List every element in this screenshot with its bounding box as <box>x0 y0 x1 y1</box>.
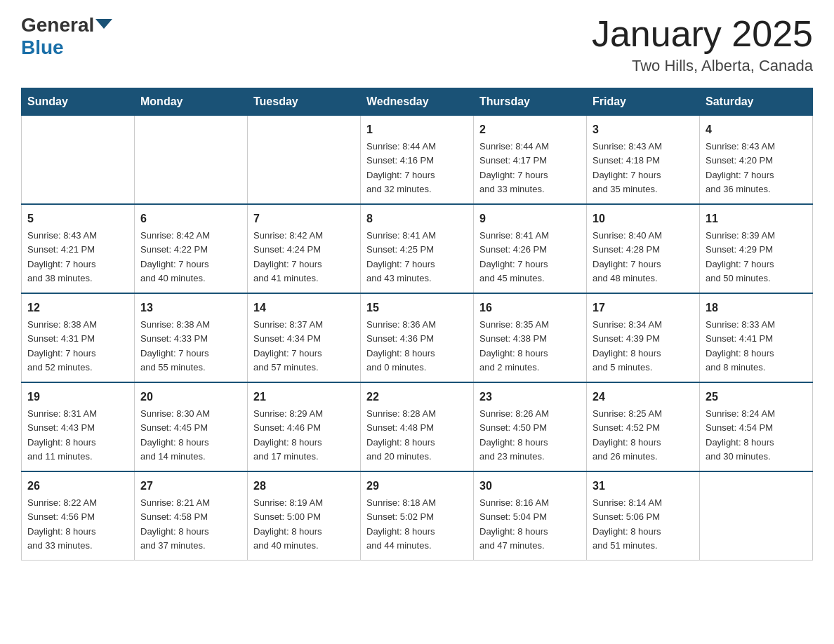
day-info: Sunrise: 8:41 AMSunset: 4:26 PMDaylight:… <box>479 230 549 283</box>
calendar-cell: 5Sunrise: 8:43 AMSunset: 4:21 PMDaylight… <box>22 204 135 293</box>
day-info: Sunrise: 8:34 AMSunset: 4:39 PMDaylight:… <box>593 319 662 373</box>
day-number: 17 <box>593 300 694 316</box>
day-info: Sunrise: 8:38 AMSunset: 4:31 PMDaylight:… <box>27 319 97 373</box>
calendar-cell: 7Sunrise: 8:42 AMSunset: 4:24 PMDaylight… <box>248 204 361 293</box>
day-number: 13 <box>140 300 241 316</box>
day-info: Sunrise: 8:25 AMSunset: 4:52 PMDaylight:… <box>593 408 662 462</box>
day-info: Sunrise: 8:43 AMSunset: 4:18 PMDaylight:… <box>593 141 662 194</box>
logo-general-text: General <box>21 14 112 36</box>
day-number: 23 <box>479 389 581 405</box>
weekday-header-tuesday: Tuesday <box>248 88 361 116</box>
weekday-header-saturday: Saturday <box>700 88 813 116</box>
day-number: 19 <box>27 389 128 405</box>
day-number: 10 <box>593 210 694 227</box>
day-number: 27 <box>140 478 241 495</box>
calendar-week-row: 19Sunrise: 8:31 AMSunset: 4:43 PMDayligh… <box>22 382 813 471</box>
day-number: 21 <box>253 389 355 405</box>
day-number: 20 <box>140 389 241 405</box>
logo-blue-label: Blue <box>21 36 64 59</box>
day-info: Sunrise: 8:35 AMSunset: 4:38 PMDaylight:… <box>479 319 549 373</box>
calendar-title: January 2025 <box>592 14 813 54</box>
calendar-cell <box>700 471 813 561</box>
calendar-cell: 15Sunrise: 8:36 AMSunset: 4:36 PMDayligh… <box>361 293 474 382</box>
day-number: 12 <box>27 300 128 316</box>
day-number: 4 <box>706 121 807 138</box>
day-info: Sunrise: 8:42 AMSunset: 4:22 PMDaylight:… <box>140 230 210 283</box>
day-number: 31 <box>593 478 694 495</box>
logo: General Blue <box>21 14 112 59</box>
calendar-cell: 19Sunrise: 8:31 AMSunset: 4:43 PMDayligh… <box>22 382 135 471</box>
calendar-cell: 17Sunrise: 8:34 AMSunset: 4:39 PMDayligh… <box>587 293 700 382</box>
calendar-cell: 12Sunrise: 8:38 AMSunset: 4:31 PMDayligh… <box>22 293 135 382</box>
day-number: 29 <box>366 478 468 495</box>
page-header: General Blue January 2025 Two Hills, Alb… <box>21 14 813 75</box>
day-info: Sunrise: 8:16 AMSunset: 5:04 PMDaylight:… <box>479 497 549 551</box>
calendar-cell: 13Sunrise: 8:38 AMSunset: 4:33 PMDayligh… <box>135 293 248 382</box>
day-number: 22 <box>366 389 468 405</box>
calendar-cell <box>248 116 361 205</box>
calendar-cell: 6Sunrise: 8:42 AMSunset: 4:22 PMDaylight… <box>135 204 248 293</box>
day-info: Sunrise: 8:36 AMSunset: 4:36 PMDaylight:… <box>366 319 436 373</box>
weekday-header-monday: Monday <box>135 88 248 116</box>
day-number: 14 <box>253 300 355 316</box>
calendar-cell: 27Sunrise: 8:21 AMSunset: 4:58 PMDayligh… <box>135 471 248 561</box>
calendar-cell: 11Sunrise: 8:39 AMSunset: 4:29 PMDayligh… <box>700 204 813 293</box>
calendar-cell: 14Sunrise: 8:37 AMSunset: 4:34 PMDayligh… <box>248 293 361 382</box>
day-info: Sunrise: 8:19 AMSunset: 5:00 PMDaylight:… <box>253 497 323 551</box>
weekday-header-wednesday: Wednesday <box>361 88 474 116</box>
calendar-cell <box>135 116 248 205</box>
day-number: 3 <box>593 121 694 138</box>
logo-general-label: General <box>21 14 94 36</box>
weekday-header-friday: Friday <box>587 88 700 116</box>
day-number: 7 <box>253 210 355 227</box>
day-number: 6 <box>140 210 241 227</box>
day-info: Sunrise: 8:37 AMSunset: 4:34 PMDaylight:… <box>253 319 323 373</box>
calendar-subtitle: Two Hills, Alberta, Canada <box>592 57 813 75</box>
calendar-week-row: 5Sunrise: 8:43 AMSunset: 4:21 PMDaylight… <box>22 204 813 293</box>
calendar-cell: 18Sunrise: 8:33 AMSunset: 4:41 PMDayligh… <box>700 293 813 382</box>
day-info: Sunrise: 8:18 AMSunset: 5:02 PMDaylight:… <box>366 497 436 551</box>
calendar-cell: 20Sunrise: 8:30 AMSunset: 4:45 PMDayligh… <box>135 382 248 471</box>
day-info: Sunrise: 8:26 AMSunset: 4:50 PMDaylight:… <box>479 408 549 462</box>
day-info: Sunrise: 8:44 AMSunset: 4:16 PMDaylight:… <box>366 141 436 194</box>
calendar-cell: 30Sunrise: 8:16 AMSunset: 5:04 PMDayligh… <box>474 471 587 561</box>
calendar-cell: 3Sunrise: 8:43 AMSunset: 4:18 PMDaylight… <box>587 116 700 205</box>
day-info: Sunrise: 8:28 AMSunset: 4:48 PMDaylight:… <box>366 408 436 462</box>
day-info: Sunrise: 8:30 AMSunset: 4:45 PMDaylight:… <box>140 408 210 462</box>
title-block: January 2025 Two Hills, Alberta, Canada <box>592 14 813 75</box>
calendar-cell: 31Sunrise: 8:14 AMSunset: 5:06 PMDayligh… <box>587 471 700 561</box>
day-number: 8 <box>366 210 468 227</box>
day-number: 1 <box>366 121 468 138</box>
day-info: Sunrise: 8:40 AMSunset: 4:28 PMDaylight:… <box>593 230 662 283</box>
calendar-cell: 10Sunrise: 8:40 AMSunset: 4:28 PMDayligh… <box>587 204 700 293</box>
calendar-cell: 1Sunrise: 8:44 AMSunset: 4:16 PMDaylight… <box>361 116 474 205</box>
day-info: Sunrise: 8:14 AMSunset: 5:06 PMDaylight:… <box>593 497 662 551</box>
calendar-week-row: 1Sunrise: 8:44 AMSunset: 4:16 PMDaylight… <box>22 116 813 205</box>
calendar-cell: 25Sunrise: 8:24 AMSunset: 4:54 PMDayligh… <box>700 382 813 471</box>
day-info: Sunrise: 8:22 AMSunset: 4:56 PMDaylight:… <box>27 497 97 551</box>
day-info: Sunrise: 8:21 AMSunset: 4:58 PMDaylight:… <box>140 497 210 551</box>
day-info: Sunrise: 8:39 AMSunset: 4:29 PMDaylight:… <box>706 230 775 283</box>
day-number: 25 <box>706 389 807 405</box>
day-number: 9 <box>479 210 581 227</box>
calendar-cell: 8Sunrise: 8:41 AMSunset: 4:25 PMDaylight… <box>361 204 474 293</box>
day-number: 30 <box>479 478 581 495</box>
calendar-cell: 2Sunrise: 8:44 AMSunset: 4:17 PMDaylight… <box>474 116 587 205</box>
day-info: Sunrise: 8:44 AMSunset: 4:17 PMDaylight:… <box>479 141 549 194</box>
day-info: Sunrise: 8:31 AMSunset: 4:43 PMDaylight:… <box>27 408 97 462</box>
day-number: 5 <box>27 210 128 227</box>
weekday-header-sunday: Sunday <box>22 88 135 116</box>
calendar-week-row: 12Sunrise: 8:38 AMSunset: 4:31 PMDayligh… <box>22 293 813 382</box>
calendar-cell: 4Sunrise: 8:43 AMSunset: 4:20 PMDaylight… <box>700 116 813 205</box>
calendar-cell: 26Sunrise: 8:22 AMSunset: 4:56 PMDayligh… <box>22 471 135 561</box>
day-info: Sunrise: 8:29 AMSunset: 4:46 PMDaylight:… <box>253 408 323 462</box>
calendar-cell: 29Sunrise: 8:18 AMSunset: 5:02 PMDayligh… <box>361 471 474 561</box>
calendar-cell: 21Sunrise: 8:29 AMSunset: 4:46 PMDayligh… <box>248 382 361 471</box>
calendar-cell: 24Sunrise: 8:25 AMSunset: 4:52 PMDayligh… <box>587 382 700 471</box>
day-info: Sunrise: 8:38 AMSunset: 4:33 PMDaylight:… <box>140 319 210 373</box>
day-info: Sunrise: 8:24 AMSunset: 4:54 PMDaylight:… <box>706 408 775 462</box>
calendar-cell: 23Sunrise: 8:26 AMSunset: 4:50 PMDayligh… <box>474 382 587 471</box>
weekday-header-row: SundayMondayTuesdayWednesdayThursdayFrid… <box>22 88 813 116</box>
day-number: 26 <box>27 478 128 495</box>
calendar-cell: 22Sunrise: 8:28 AMSunset: 4:48 PMDayligh… <box>361 382 474 471</box>
